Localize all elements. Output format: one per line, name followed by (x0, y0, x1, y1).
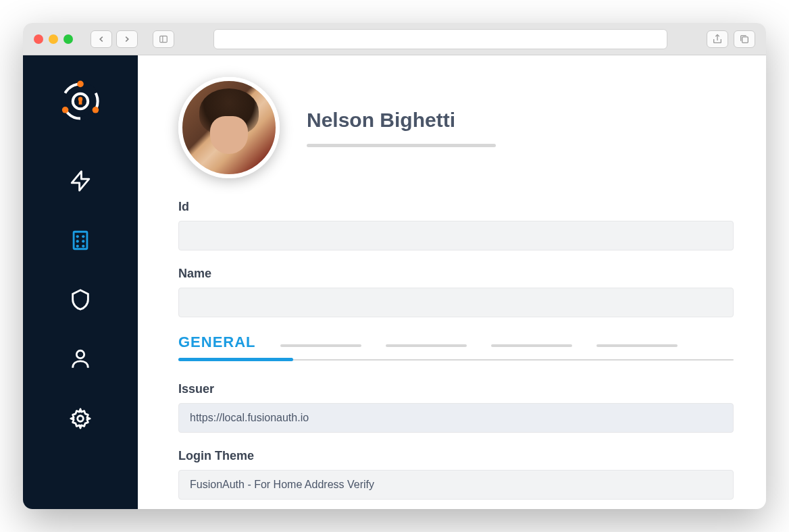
titlebar-right (707, 30, 755, 48)
svg-point-20 (78, 416, 84, 422)
browser-window: Nelson Bighetti Id Name GENERAL (23, 23, 766, 509)
title-underline (307, 144, 496, 147)
address-bar[interactable] (213, 29, 667, 49)
field-id-label: Id (178, 200, 734, 214)
svg-point-10 (62, 107, 69, 113)
field-id-input[interactable] (178, 221, 734, 250)
minimize-window-button[interactable] (49, 34, 58, 44)
gear-icon (69, 407, 92, 430)
svg-marker-11 (72, 171, 89, 190)
window-controls (34, 34, 73, 44)
sidebar-toggle-button[interactable] (153, 30, 174, 48)
share-button[interactable] (707, 30, 728, 48)
svg-point-8 (77, 81, 84, 88)
svg-rect-0 (160, 36, 168, 42)
avatar (178, 77, 280, 178)
titlebar (23, 23, 766, 55)
tabs-button[interactable] (734, 30, 755, 48)
tab-placeholder[interactable] (280, 344, 361, 347)
field-id: Id (178, 200, 734, 250)
bolt-icon (69, 169, 92, 192)
tab-underline-active (178, 358, 293, 361)
tab-placeholder[interactable] (386, 344, 467, 347)
profile-header: Nelson Bighetti (178, 77, 734, 178)
building-icon (69, 229, 92, 252)
profile-title-block: Nelson Bighetti (307, 109, 496, 147)
tabs-icon (739, 34, 750, 45)
sidebar-item-users[interactable] (68, 347, 93, 371)
sidebar (23, 55, 138, 509)
svg-rect-7 (79, 99, 82, 105)
sidebar-item-settings[interactable] (68, 406, 93, 431)
tab-underline (178, 359, 734, 361)
tab-placeholder[interactable] (596, 344, 678, 347)
user-icon (69, 348, 92, 371)
close-window-button[interactable] (34, 34, 43, 44)
forward-button[interactable] (116, 30, 138, 48)
field-login-theme: Login Theme (178, 449, 734, 500)
sidebar-item-activity[interactable] (68, 169, 93, 193)
field-issuer-label: Issuer (178, 382, 734, 396)
tab-general[interactable]: GENERAL (178, 334, 256, 351)
shield-icon (69, 288, 92, 311)
field-issuer: Issuer (178, 382, 734, 433)
tabs: GENERAL (178, 334, 734, 359)
field-login-theme-label: Login Theme (178, 449, 734, 463)
share-icon (712, 34, 723, 45)
field-name-input[interactable] (178, 288, 734, 317)
back-button[interactable] (91, 30, 112, 48)
maximize-window-button[interactable] (63, 34, 73, 44)
content: Nelson Bighetti Id Name GENERAL (23, 55, 766, 509)
nav-buttons (91, 30, 138, 48)
app-logo[interactable] (53, 74, 107, 128)
svg-rect-3 (742, 36, 748, 43)
main-panel: Nelson Bighetti Id Name GENERAL (138, 55, 766, 509)
sidebar-icon (158, 34, 169, 44)
profile-name: Nelson Bighetti (307, 109, 496, 132)
svg-point-9 (93, 107, 99, 113)
sidebar-item-security[interactable] (68, 288, 93, 312)
fusionauth-logo-icon (53, 74, 107, 128)
field-login-theme-input[interactable] (178, 470, 734, 500)
sidebar-item-tenants[interactable] (68, 228, 93, 252)
tab-placeholder[interactable] (491, 344, 572, 347)
svg-rect-12 (74, 232, 87, 249)
field-name: Name (178, 267, 734, 317)
field-name-label: Name (178, 267, 734, 281)
field-issuer-input[interactable] (178, 403, 734, 433)
svg-point-19 (76, 350, 84, 358)
